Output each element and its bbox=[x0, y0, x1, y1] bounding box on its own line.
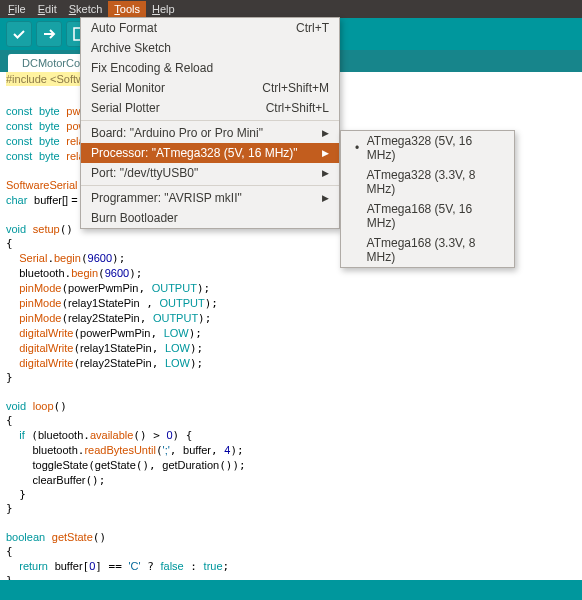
menu-programmer[interactable]: Programmer: "AVRISP mkII"▶ bbox=[81, 188, 339, 208]
chevron-right-icon: ▶ bbox=[322, 168, 329, 178]
chevron-right-icon: ▶ bbox=[322, 128, 329, 138]
menubar: File Edit Sketch Tools Help bbox=[0, 0, 582, 18]
menu-processor[interactable]: Processor: "ATmega328 (5V, 16 MHz)"▶ bbox=[81, 143, 339, 163]
menu-port[interactable]: Port: "/dev/ttyUSB0"▶ bbox=[81, 163, 339, 183]
processor-option-atmega328-5v[interactable]: •ATmega328 (5V, 16 MHz) bbox=[341, 131, 514, 165]
include-line: #include <Softwar bbox=[6, 72, 84, 86]
chevron-right-icon: ▶ bbox=[322, 148, 329, 158]
tools-dropdown: Auto FormatCtrl+T Archive Sketch Fix Enc… bbox=[80, 17, 340, 229]
status-bar bbox=[0, 580, 582, 600]
radio-selected-icon: • bbox=[355, 141, 363, 155]
menu-separator bbox=[81, 120, 339, 121]
menu-edit[interactable]: Edit bbox=[32, 1, 63, 17]
processor-option-atmega168-3v[interactable]: ATmega168 (3.3V, 8 MHz) bbox=[341, 233, 514, 267]
menu-serial-plotter[interactable]: Serial PlotterCtrl+Shift+L bbox=[81, 98, 339, 118]
menu-sketch[interactable]: Sketch bbox=[63, 1, 109, 17]
processor-option-atmega328-3v[interactable]: ATmega328 (3.3V, 8 MHz) bbox=[341, 165, 514, 199]
menu-board[interactable]: Board: "Arduino Pro or Pro Mini"▶ bbox=[81, 123, 339, 143]
verify-button[interactable] bbox=[6, 21, 32, 47]
menu-tools[interactable]: Tools bbox=[108, 1, 146, 17]
menu-archive-sketch[interactable]: Archive Sketch bbox=[81, 38, 339, 58]
menu-fix-encoding[interactable]: Fix Encoding & Reload bbox=[81, 58, 339, 78]
menu-auto-format[interactable]: Auto FormatCtrl+T bbox=[81, 18, 339, 38]
menu-burn-bootloader[interactable]: Burn Bootloader bbox=[81, 208, 339, 228]
upload-button[interactable] bbox=[36, 21, 62, 47]
menu-file[interactable]: File bbox=[2, 1, 32, 17]
menu-serial-monitor[interactable]: Serial MonitorCtrl+Shift+M bbox=[81, 78, 339, 98]
processor-option-atmega168-5v[interactable]: ATmega168 (5V, 16 MHz) bbox=[341, 199, 514, 233]
menu-help[interactable]: Help bbox=[146, 1, 181, 17]
processor-submenu: •ATmega328 (5V, 16 MHz) ATmega328 (3.3V,… bbox=[340, 130, 515, 268]
chevron-right-icon: ▶ bbox=[322, 193, 329, 203]
menu-separator bbox=[81, 185, 339, 186]
